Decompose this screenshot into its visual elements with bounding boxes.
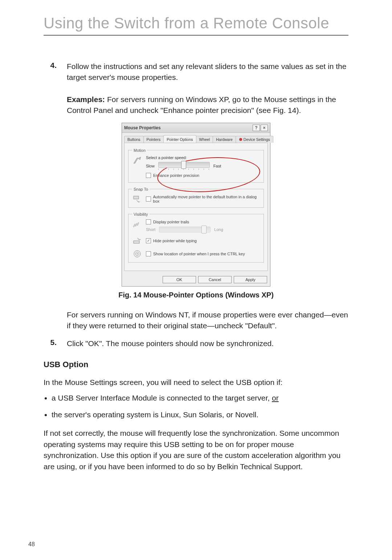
dialog-footer: OK Cancel Apply bbox=[122, 273, 270, 286]
nt-paragraph: For servers running on Windows NT, if mo… bbox=[67, 309, 348, 332]
ok-button[interactable]: OK bbox=[163, 276, 196, 283]
ctrl-locate-icon bbox=[132, 249, 142, 259]
group-snap-to: Snap To Automatically move pointer to th… bbox=[128, 187, 264, 208]
trails-short-label: Short bbox=[146, 227, 155, 232]
enhance-precision-box[interactable] bbox=[146, 173, 151, 178]
dialog-tabs: Buttons Pointers Pointer Options Wheel H… bbox=[122, 133, 270, 143]
figure-14: Mouse Properties ? × Buttons Pointers Po… bbox=[44, 123, 348, 287]
usb-bullet-list: a USB Server Interface Module is connect… bbox=[44, 393, 348, 421]
motion-slow-label: Slow bbox=[146, 164, 155, 168]
step-4-text: Follow the instructions and set any rele… bbox=[67, 61, 348, 83]
usb-bullet-1: a USB Server Interface Module is connect… bbox=[52, 393, 348, 403]
enhance-precision-checkbox[interactable]: Enhance pointer precision bbox=[146, 173, 199, 178]
usb-bullet-1-or: or bbox=[272, 394, 279, 402]
pointer-trails-checkbox[interactable]: Display pointer trails bbox=[146, 219, 189, 224]
pointer-trails-label: Display pointer trails bbox=[153, 220, 189, 224]
chapter-rule bbox=[44, 35, 348, 36]
group-snap-to-legend: Snap To bbox=[132, 187, 150, 191]
tab-hardware[interactable]: Hardware bbox=[213, 136, 236, 143]
trails-icon bbox=[132, 219, 142, 229]
trails-long-label: Long bbox=[214, 227, 223, 232]
ctrl-locate-box[interactable] bbox=[146, 251, 151, 256]
snap-to-checkbox[interactable]: Automatically move pointer to the defaul… bbox=[146, 195, 260, 203]
hide-pointer-box[interactable]: ✓ bbox=[146, 238, 151, 243]
help-button[interactable]: ? bbox=[253, 125, 260, 131]
step-4: 4. Follow the instructions and set any r… bbox=[44, 61, 348, 83]
figure-14-caption: Fig. 14 Mouse-Pointer Options (Windows X… bbox=[44, 291, 348, 299]
pointer-speed-thumb[interactable] bbox=[181, 161, 186, 169]
dialog-titlebar: Mouse Properties ? × bbox=[122, 123, 270, 133]
examples-label: Examples: bbox=[67, 95, 105, 104]
pointer-speed-slider[interactable] bbox=[158, 162, 210, 168]
device-settings-icon bbox=[239, 138, 242, 141]
usb-intro: In the Mouse Settings screen, you will n… bbox=[44, 377, 348, 388]
tab-pointer-options[interactable]: Pointer Options bbox=[163, 135, 196, 143]
motion-fast-label: Fast bbox=[213, 164, 221, 168]
chapter-title: Using the Switch from a Remote Console bbox=[44, 15, 348, 32]
snap-to-label: Automatically move pointer to the defaul… bbox=[153, 195, 260, 203]
usb-bullet-1-text: a USB Server Interface Module is connect… bbox=[52, 394, 272, 402]
group-motion-legend: Motion bbox=[132, 148, 147, 153]
trails-thumb bbox=[201, 226, 207, 234]
hide-pointer-label: Hide pointer while typing bbox=[153, 239, 197, 243]
step-5: 5. Click "OK". The mouse pointers should… bbox=[44, 338, 348, 349]
dialog-title: Mouse Properties bbox=[124, 125, 161, 130]
tab-wheel[interactable]: Wheel bbox=[196, 136, 213, 143]
dialog-body: Motion Select a pointer speed: Slow bbox=[124, 143, 268, 271]
usb-detail-paragraph: If not set correctly, the mouse will fre… bbox=[44, 428, 348, 472]
usb-option-heading: USB Option bbox=[44, 360, 348, 369]
ctrl-locate-checkbox[interactable]: Show location of pointer when I press th… bbox=[146, 251, 245, 256]
tab-pointers[interactable]: Pointers bbox=[143, 136, 164, 143]
hide-pointer-checkbox[interactable]: ✓ Hide pointer while typing bbox=[146, 238, 197, 243]
pointer-trails-box[interactable] bbox=[146, 219, 151, 224]
tab-device-settings-label: Device Settings bbox=[244, 137, 270, 142]
usb-bullet-2: the server's operating system is Linux, … bbox=[52, 409, 348, 420]
examples-text: For servers running on Windows XP, go to… bbox=[67, 95, 336, 114]
close-button[interactable]: × bbox=[261, 125, 268, 131]
apply-button[interactable]: Apply bbox=[234, 276, 267, 283]
step-4-number: 4. bbox=[44, 61, 57, 83]
step-5-text: Click "OK". The mouse pointers should no… bbox=[67, 338, 348, 349]
group-visibility: Visibility Display pointer trails Short bbox=[128, 212, 264, 263]
svg-rect-1 bbox=[134, 196, 139, 199]
examples-paragraph: Examples: For servers running on Windows… bbox=[67, 94, 348, 116]
ctrl-locate-label: Show location of pointer when I press th… bbox=[153, 252, 245, 256]
cancel-button[interactable]: Cancel bbox=[198, 276, 232, 283]
page-number: 48 bbox=[28, 541, 35, 548]
group-visibility-legend: Visibility bbox=[132, 212, 150, 216]
motion-label: Select a pointer speed: bbox=[146, 155, 260, 160]
svg-point-5 bbox=[137, 253, 138, 254]
tab-buttons[interactable]: Buttons bbox=[124, 136, 144, 143]
svg-rect-2 bbox=[134, 241, 139, 243]
snap-to-box[interactable] bbox=[146, 196, 151, 202]
snap-to-icon bbox=[132, 194, 142, 204]
trails-slider bbox=[159, 227, 211, 232]
mouse-properties-dialog: Mouse Properties ? × Buttons Pointers Po… bbox=[122, 123, 270, 287]
tab-device-settings[interactable]: Device Settings bbox=[236, 136, 273, 143]
step-5-number: 5. bbox=[44, 338, 57, 349]
group-motion: Motion Select a pointer speed: Slow bbox=[128, 148, 264, 183]
svg-point-0 bbox=[239, 138, 242, 141]
enhance-precision-label: Enhance pointer precision bbox=[153, 173, 199, 178]
motion-icon bbox=[132, 155, 142, 165]
hide-typing-icon bbox=[132, 236, 142, 245]
